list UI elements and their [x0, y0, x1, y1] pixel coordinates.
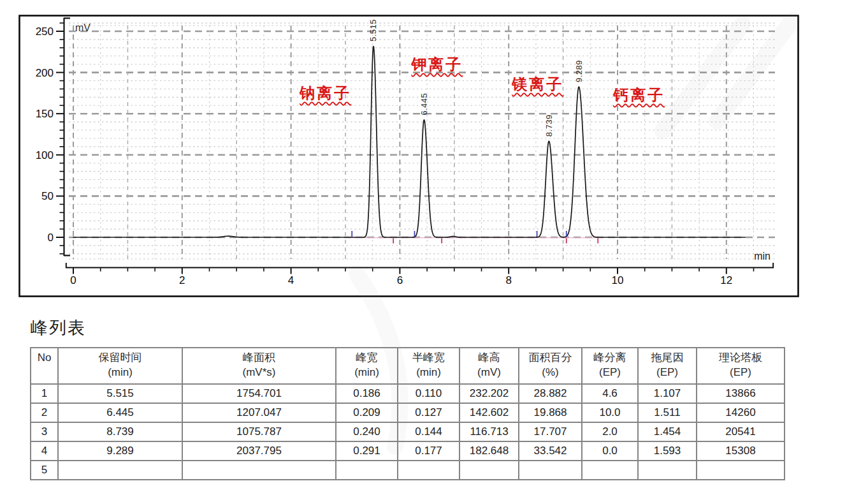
table-cell: 1754.701 [182, 384, 336, 403]
table-cell: 14260 [697, 403, 785, 422]
table-cell: 8.739 [58, 422, 182, 441]
table-row: 5 [31, 461, 785, 480]
chromatogram-report-page: 050100150200250mV024681012min5.5156.4458… [0, 0, 868, 488]
table-cell [182, 461, 336, 480]
table-cell: 0.240 [336, 422, 398, 441]
table-cell [398, 461, 459, 480]
table-cell: 0.209 [336, 403, 398, 422]
table-cell: 232.202 [459, 384, 519, 403]
table-cell [58, 461, 182, 480]
table-cell: 13866 [697, 384, 785, 403]
table-cell: 1.454 [638, 422, 697, 441]
chart-panel-border [20, 16, 799, 297]
y-tick-label: 150 [36, 108, 54, 120]
table-cell: 28.882 [519, 384, 582, 403]
y-unit-label: mV [75, 22, 90, 33]
table-cell: 6.445 [58, 403, 182, 422]
table-cell [336, 461, 398, 480]
y-tick-label: 0 [48, 232, 54, 244]
column-header: 保留时间(min) [58, 348, 182, 384]
table-row: 38.7391075.7870.2400.144116.71317.7072.0… [31, 422, 785, 441]
column-header: 峰高(mV) [459, 348, 519, 384]
column-header: 理论塔板(EP) [697, 348, 785, 384]
x-tick-label: 4 [288, 274, 294, 286]
column-header: 峰分离(EP) [582, 348, 638, 384]
table-cell: 2037.795 [182, 441, 336, 461]
table-cell: 142.602 [459, 403, 519, 422]
peak-table: No保留时间(min)峰面积(mV*s)峰宽(min)半峰宽(min)峰高(mV… [30, 347, 785, 480]
table-cell: 5.515 [58, 384, 182, 403]
peak-rt-label: 6.445 [419, 93, 429, 115]
y-tick-label: 200 [36, 67, 54, 79]
column-header: No [31, 348, 58, 384]
table-cell: 1.593 [638, 441, 697, 461]
table-cell: 33.542 [519, 441, 582, 461]
table-cell [459, 461, 519, 480]
table-cell: 0.186 [336, 384, 398, 403]
table-header-row: No保留时间(min)峰面积(mV*s)峰宽(min)半峰宽(min)峰高(mV… [31, 348, 785, 384]
peak-rt-label: 8.739 [544, 114, 554, 137]
x-tick-label: 0 [70, 274, 76, 286]
table-cell: 5 [31, 461, 58, 480]
table-cell: 0.291 [336, 441, 398, 461]
x-unit-label: min [754, 251, 770, 262]
peak-rt-label: 5.515 [368, 19, 378, 41]
table-cell: 1.511 [638, 403, 697, 422]
table-cell: 2 [31, 403, 58, 422]
column-header: 峰宽(min) [336, 348, 398, 384]
table-cell [519, 461, 582, 480]
table-cell: 1.107 [638, 384, 697, 403]
table-cell: 10.0 [582, 403, 638, 422]
peak-list-title: 峰列表 [31, 316, 785, 339]
table-cell: 1075.787 [182, 422, 336, 441]
column-header: 峰面积(mV*s) [182, 348, 336, 384]
table-cell: 0.144 [398, 422, 459, 441]
table-cell: 0.0 [582, 441, 638, 461]
table-cell: 0.110 [398, 384, 459, 403]
table-cell: 0.127 [398, 403, 459, 422]
table-row: 49.2892037.7950.2910.177182.64833.5420.0… [31, 441, 785, 461]
peak-rt-label: 9.289 [574, 60, 584, 82]
table-cell: 1207.047 [182, 403, 336, 422]
peak-list-section: 峰列表 No保留时间(min)峰面积(mV*s)峰宽(min)半峰宽(min)峰… [30, 316, 785, 480]
column-header: 拖尾因(EP) [638, 348, 697, 384]
y-tick-label: 250 [36, 26, 54, 38]
table-cell: 2.0 [582, 422, 638, 441]
table-cell [582, 461, 638, 480]
column-header: 面积百分(%) [519, 348, 582, 384]
table-cell: 3 [31, 422, 58, 441]
x-tick-label: 6 [397, 274, 403, 286]
table-cell: 116.713 [459, 422, 519, 441]
table-row: 26.4451207.0470.2090.127142.60219.86810.… [31, 403, 785, 422]
x-tick-label: 2 [179, 274, 185, 286]
table-cell: 20541 [697, 422, 785, 441]
y-tick-label: 50 [41, 190, 54, 202]
x-tick-label: 8 [505, 274, 511, 286]
x-tick-label: 10 [612, 274, 624, 286]
table-row: 15.5151754.7010.1860.110232.20228.8824.6… [31, 384, 785, 403]
table-cell: 15308 [697, 441, 785, 461]
table-cell: 4.6 [582, 384, 638, 403]
table-cell [638, 461, 697, 480]
table-cell: 4 [31, 441, 58, 461]
table-cell: 9.289 [58, 441, 182, 461]
y-tick-label: 100 [36, 149, 54, 161]
table-cell: 17.707 [519, 422, 582, 441]
table-cell: 19.868 [519, 403, 582, 422]
table-cell [697, 461, 785, 480]
table-cell: 1 [31, 384, 58, 403]
x-tick-label: 12 [720, 274, 732, 286]
table-cell: 0.177 [398, 441, 459, 461]
column-header: 半峰宽(min) [398, 348, 459, 384]
table-cell: 182.648 [459, 441, 519, 461]
